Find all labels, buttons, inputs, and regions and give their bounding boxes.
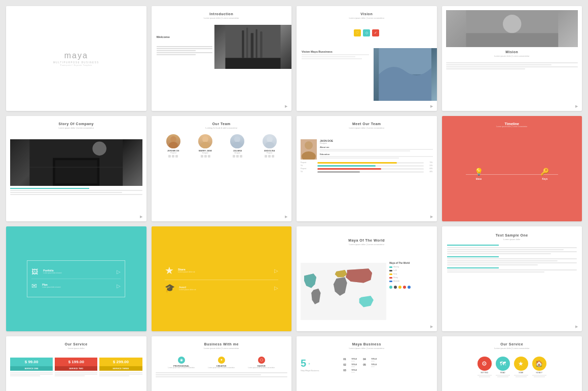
mission-title: Mision — [505, 50, 518, 54]
our-team-title: Our Team — [212, 122, 231, 126]
step-num-2: 02 — [343, 363, 349, 366]
team-avatar-2 — [198, 134, 212, 148]
biz-circle-2: ✦ — [218, 357, 225, 364]
story-image — [10, 139, 142, 186]
timeline-item-keys: 🔑 Keys — [540, 168, 549, 180]
nav-icon-meet-team: ▶ — [430, 215, 433, 219]
intro-welcome-text: Welcome — [157, 35, 170, 38]
keys-label: Keys — [542, 178, 547, 180]
portfolio-item-2: ✉ Plan Lorem ipsum dolor sit amet ▷ — [31, 282, 121, 290]
slide-business-with-me: Business With me Lorem ipsum dolor | Lor… — [152, 336, 292, 391]
svg-point-27 — [305, 141, 313, 149]
line-3 — [157, 50, 196, 51]
team-social-1 — [168, 155, 178, 158]
world-map-legend: Maya of The World Morning In 40 Body Ris… — [389, 262, 431, 321]
keys-icon: 🔑 — [540, 168, 549, 176]
line-5 — [157, 54, 196, 55]
timeline-subtitle: Lorem ipsum dolor | Lorem consectetur — [496, 126, 527, 128]
maya-biz-content: 5 ✈ Step Maya Business 01 TITLE 04 TITLE — [301, 358, 433, 373]
slide-timeline: Timeline Lorem ipsum dolor | Lorem conse… — [442, 116, 582, 221]
story-title: Story Of Company — [59, 122, 94, 126]
legend-5: Australia — [393, 280, 399, 282]
price-desc-2 — [55, 372, 97, 377]
price-desc-3 — [99, 372, 142, 377]
stars-content: ★ Stars Lorem ipsum dolor sit ▷ 🎓 Award … — [165, 264, 278, 293]
svg-point-19 — [169, 142, 178, 148]
svg-point-20 — [202, 136, 208, 142]
biz-item-2: ✦ CREATIVE Lorem ipsum dolor sit amet co… — [203, 357, 240, 369]
step-num-3: 03 — [343, 369, 349, 372]
team-member-2: MARRY JANE Designer — [191, 134, 219, 158]
timeline-content: 💡 Ideas 🔑 Keys — [446, 131, 578, 217]
pricing-boxes: $ 99.00 SERVICE ONE $ 199.00 SERVICE TWO — [10, 358, 142, 377]
price-label-1: SERVICE ONE — [10, 366, 53, 371]
nav-icon-world-map: ▶ — [430, 325, 433, 329]
text-sample-title: Text Sample One — [496, 233, 528, 237]
legend-3: Body — [393, 273, 397, 275]
svg-point-24 — [267, 136, 273, 142]
step-row-2: 02 TITLE 05 TITLE — [343, 363, 432, 367]
slide-service-circles: Our Service Lorem ipsum dolor | Lorem co… — [442, 336, 582, 391]
nav-icon-story: ▶ — [140, 215, 142, 219]
portfolio-desc-2: Lorem ipsum dolor sit amet — [42, 286, 60, 288]
vision-icon-2: ◇ — [363, 29, 370, 36]
vision-icons: ♡ ◇ ✓ — [354, 29, 379, 36]
slide-stars: ★ Stars Lorem ipsum dolor sit ▷ 🎓 Award … — [152, 226, 292, 331]
slide-service-pricing: Our Service Lorem ipsum dolor $ 99.00 SE… — [6, 336, 146, 391]
skill-row-1: Preperst 75% — [301, 162, 433, 164]
nav-icon-our-team: ▶ — [285, 215, 287, 219]
svc-circle-4: 🏠 — [532, 357, 546, 371]
biz-desc-1: Lorem ipsum dolor sit amet consectetur — [168, 367, 195, 369]
timeline-item-ideas: 💡 Ideas — [474, 168, 483, 180]
world-map-subtitle: Lorem ipsum dolor | Lorem consectetur — [301, 243, 433, 246]
maya-logo: maya — [64, 51, 88, 60]
our-team-subtitle: Looking for book & add consectetur — [205, 127, 237, 129]
story-text — [10, 188, 142, 196]
svg-point-22 — [234, 136, 240, 142]
maya-biz-number: 5 — [301, 358, 306, 369]
slide-vision: Vision Lorem ipsum dolor | Lorem consect… — [297, 6, 437, 111]
team-role-4: Preperst — [267, 152, 272, 154]
svg-point-18 — [170, 136, 176, 142]
ideas-icon: 💡 — [474, 168, 483, 176]
slide-mission: Mision Lorem ipsum dolor | Lorem consect… — [442, 6, 582, 111]
portfolio-border: 🖼 Portfolio Lorem ipsum dolor sit amet ▷… — [27, 260, 125, 297]
mission-subtitle: Lorem ipsum dolor | Lorem consectetur — [494, 55, 530, 57]
price-desc-1 — [10, 372, 53, 377]
price-box-1: $ 99.00 SERVICE ONE — [10, 358, 53, 377]
skill-row-4: Titl 40% — [301, 171, 433, 173]
slide-portfolio: 🖼 Portfolio Lorem ipsum dolor sit amet ▷… — [6, 226, 146, 331]
team-social-4 — [265, 155, 274, 158]
slide-maya: maya MULTIPURPOSE BUSINESS Powerpoint / … — [6, 6, 146, 111]
timeline-title: Timeline — [505, 122, 519, 126]
step-num-5: 05 — [363, 363, 369, 366]
team-member-1: JEROME DE Preperst — [159, 134, 188, 158]
biz-item-3: ⬡ FASTER Lorem ipsum dolor sit amet cons… — [243, 357, 280, 369]
meet-avatar — [301, 139, 317, 160]
svc-circle-1: ⚙ — [477, 357, 492, 371]
svc-label-1: SETTING — [481, 372, 488, 374]
portfolio-icon-1: 🖼 — [31, 268, 38, 276]
mission-text — [446, 62, 578, 70]
svc-circle-2: 🗺 — [496, 357, 510, 371]
business-subtitle: Lorem ipsum dolor | Lorem consectetur — [204, 347, 239, 349]
portfolio-arrow-2: ▷ — [117, 283, 121, 289]
team-avatar-4 — [263, 134, 277, 148]
step-title-2: TITLE — [351, 363, 357, 366]
step-num-1: 01 — [343, 358, 349, 361]
vision-icon-3: ✓ — [372, 29, 379, 36]
nav-icon: ▶ — [285, 104, 287, 108]
text-sample-body — [447, 245, 577, 273]
svg-point-21 — [201, 142, 210, 148]
step-title-4: TITLE — [371, 358, 377, 360]
maya-biz-right: 01 TITLE 04 TITLE 02 TITLE — [343, 358, 432, 373]
skill-row-3: Preperst 60% — [301, 168, 433, 170]
meet-person: JHON DOE Designer About me Education — [301, 139, 433, 160]
slide-text-sample: Text Sample One Lorem ipsum dolor ▶ — [442, 226, 582, 331]
biz-desc-3: Lorem ipsum dolor sit amet consectetur — [248, 367, 275, 369]
svc-item-3: ★ STAR — [514, 357, 528, 377]
biz-desc-2: Lorem ipsum dolor sit amet consectetur — [208, 367, 235, 369]
step-title-3: TITLE — [351, 369, 357, 371]
svg-rect-4 — [255, 29, 257, 58]
portfolio-item-1: 🖼 Portfolio Lorem ipsum dolor sit amet ▷ — [31, 268, 121, 276]
